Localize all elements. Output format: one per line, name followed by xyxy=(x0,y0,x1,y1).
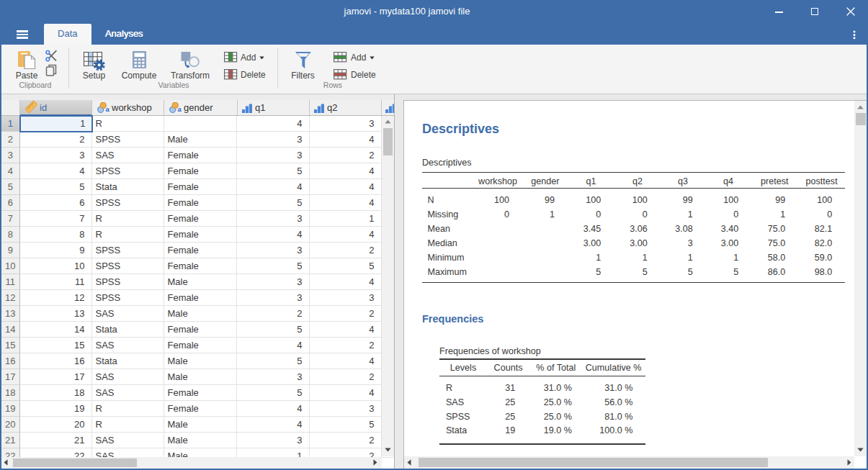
svg-text:a: a xyxy=(105,106,109,113)
svg-text:a: a xyxy=(177,106,182,113)
